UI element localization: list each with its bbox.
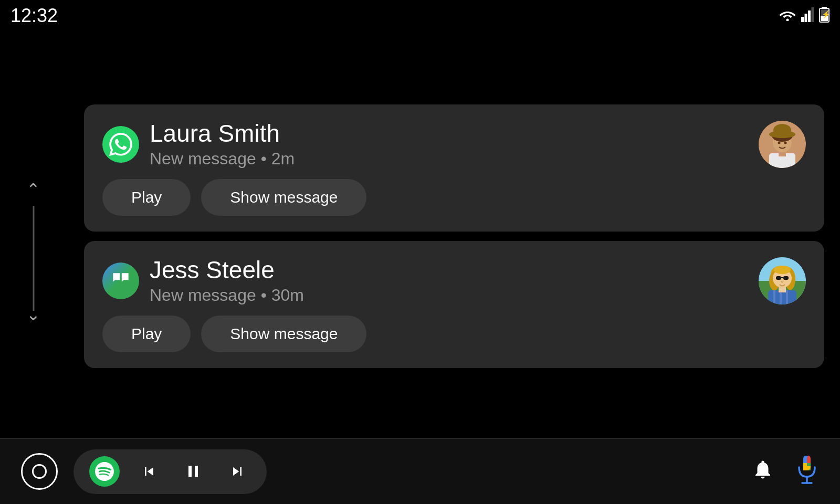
svg-text:⚡: ⚡ bbox=[822, 10, 830, 19]
message-preview-2: New message • 30m bbox=[150, 286, 748, 305]
svg-point-18 bbox=[784, 142, 787, 144]
play-button-2[interactable]: Play bbox=[102, 316, 191, 352]
notification-text-2: Jess Steele New message • 30m bbox=[150, 257, 748, 305]
scroll-line bbox=[33, 206, 34, 311]
svg-rect-2 bbox=[805, 14, 807, 22]
notification-text-1: Laura Smith New message • 2m bbox=[150, 120, 748, 169]
card-header-1: Laura Smith New message • 2m bbox=[102, 120, 806, 169]
message-preview-1: New message • 2m bbox=[150, 149, 748, 169]
svg-point-17 bbox=[778, 142, 781, 144]
skip-next-button[interactable] bbox=[224, 460, 251, 482]
spotify-icon[interactable] bbox=[89, 456, 120, 487]
show-message-button-2[interactable]: Show message bbox=[201, 316, 366, 352]
scroll-indicators: ⌃ ⌄ bbox=[26, 180, 40, 324]
svg-point-0 bbox=[786, 19, 789, 22]
pause-button[interactable] bbox=[178, 459, 208, 484]
contact-name-2: Jess Steele bbox=[150, 257, 748, 284]
status-icons: ⚡ bbox=[779, 6, 830, 25]
show-message-button-1[interactable]: Show message bbox=[201, 179, 366, 216]
svg-point-16 bbox=[773, 124, 791, 136]
notification-bell-icon[interactable] bbox=[752, 458, 774, 485]
card-header-2: Jess Steele New message • 30m bbox=[102, 257, 806, 305]
scroll-up-icon[interactable]: ⌃ bbox=[26, 180, 40, 200]
avatar-1 bbox=[759, 121, 806, 168]
media-player-pill bbox=[74, 449, 267, 494]
bottom-right bbox=[752, 455, 819, 488]
card-actions-1: Play Show message bbox=[102, 179, 806, 216]
svg-rect-3 bbox=[808, 10, 811, 22]
notification-card-2: Jess Steele New message • 30m bbox=[84, 241, 824, 368]
card-actions-2: Play Show message bbox=[102, 316, 806, 352]
bottom-bar bbox=[0, 438, 840, 504]
microphone-icon[interactable] bbox=[795, 455, 819, 488]
notification-card-1: Laura Smith New message • 2m bbox=[84, 104, 824, 232]
contact-name-1: Laura Smith bbox=[150, 120, 748, 147]
status-time: 12:32 bbox=[10, 5, 58, 27]
svg-rect-6 bbox=[822, 7, 827, 9]
google-messages-icon bbox=[102, 262, 139, 299]
svg-rect-22 bbox=[768, 290, 796, 304]
svg-rect-4 bbox=[812, 7, 814, 22]
whatsapp-icon bbox=[102, 126, 139, 163]
home-button-inner bbox=[32, 464, 47, 479]
svg-point-34 bbox=[774, 266, 791, 274]
svg-rect-31 bbox=[776, 276, 781, 280]
avatar-2 bbox=[759, 257, 806, 304]
signal-icon bbox=[801, 7, 814, 24]
skip-previous-button[interactable] bbox=[135, 460, 163, 482]
wifi-icon bbox=[779, 8, 796, 23]
battery-icon: ⚡ bbox=[819, 6, 830, 25]
svg-rect-1 bbox=[801, 17, 804, 22]
play-button-1[interactable]: Play bbox=[102, 179, 191, 216]
home-button[interactable] bbox=[21, 453, 58, 490]
status-bar: 12:32 bbox=[0, 0, 840, 32]
svg-rect-32 bbox=[783, 276, 789, 280]
main-content: Laura Smith New message • 2m bbox=[84, 37, 824, 436]
